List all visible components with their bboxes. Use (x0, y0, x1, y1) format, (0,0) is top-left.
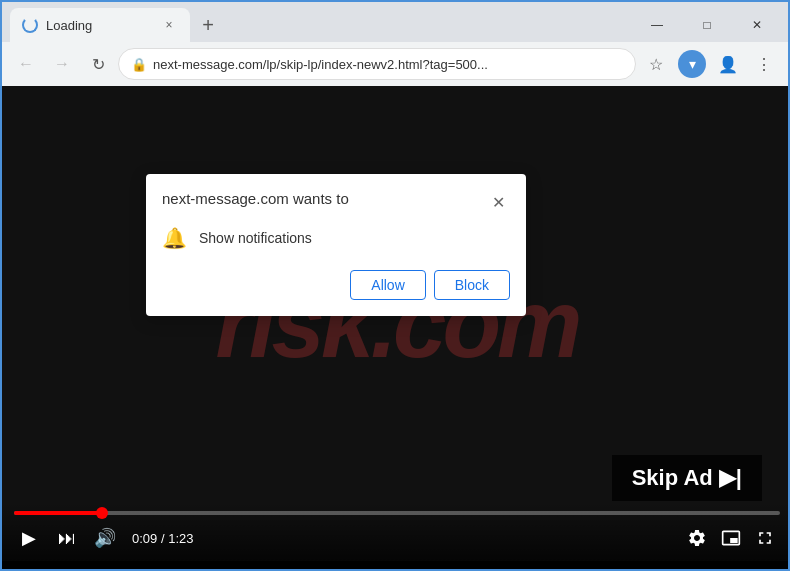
controls-row: ▶ ⏭ 🔊 0:09 / 1:23 (14, 523, 780, 553)
notification-popup: next-message.com wants to ✕ 🔔 Show notif… (146, 174, 526, 316)
address-bar[interactable]: 🔒 next-message.com/lp/skip-lp/index-newv… (118, 48, 636, 80)
url-text: next-message.com/lp/skip-lp/index-newv2.… (153, 57, 623, 72)
tab-bar: Loading × + — □ ✕ (2, 2, 788, 42)
toolbar: ← → ↻ 🔒 next-message.com/lp/skip-lp/inde… (2, 42, 788, 86)
settings-button[interactable] (682, 523, 712, 553)
back-button[interactable]: ← (10, 48, 42, 80)
total-time: 1:23 (168, 531, 193, 546)
progress-fill (14, 511, 102, 515)
popup-title: next-message.com wants to (162, 190, 349, 207)
popup-header: next-message.com wants to ✕ (162, 190, 510, 214)
right-controls (682, 523, 780, 553)
close-button[interactable]: ✕ (734, 8, 780, 42)
menu-icon[interactable]: ⋮ (748, 48, 780, 80)
skip-ad-button[interactable]: Skip Ad ▶| (612, 455, 762, 501)
download-indicator[interactable]: ▾ (676, 48, 708, 80)
refresh-button[interactable]: ↻ (82, 48, 114, 80)
download-icon: ▾ (678, 50, 706, 78)
fullscreen-button[interactable] (750, 523, 780, 553)
browser-window: Loading × + — □ ✕ ← → ↻ 🔒 next-message.c… (2, 2, 788, 561)
video-controls: ▶ ⏭ 🔊 0:09 / 1:23 (2, 503, 790, 561)
progress-dot (96, 507, 108, 519)
popup-close-button[interactable]: ✕ (486, 190, 510, 214)
popup-item: 🔔 Show notifications (162, 226, 510, 250)
time-display: 0:09 / 1:23 (132, 531, 193, 546)
allow-button[interactable]: Allow (350, 270, 425, 300)
block-button[interactable]: Block (434, 270, 510, 300)
progress-bar[interactable] (14, 511, 780, 515)
bell-icon: 🔔 (162, 226, 187, 250)
popup-buttons: Allow Block (162, 270, 510, 300)
miniplayer-button[interactable] (716, 523, 746, 553)
tab-close-button[interactable]: × (160, 16, 178, 34)
profile-icon[interactable]: 👤 (712, 48, 744, 80)
forward-button[interactable]: → (46, 48, 78, 80)
loading-spinner (22, 17, 38, 33)
lock-icon: 🔒 (131, 57, 147, 72)
maximize-button[interactable]: □ (684, 8, 730, 42)
play-button[interactable]: ▶ (14, 523, 44, 553)
tab-title: Loading (46, 18, 152, 33)
new-tab-button[interactable]: + (194, 11, 222, 39)
video-area: risk.com Skip Ad ▶| next-message.com wan… (2, 86, 790, 561)
bookmark-star-icon[interactable]: ☆ (640, 48, 672, 80)
window-controls: — □ ✕ (634, 8, 780, 42)
tab-favicon (22, 17, 38, 33)
popup-item-label: Show notifications (199, 230, 312, 246)
current-time: 0:09 (132, 531, 157, 546)
active-tab[interactable]: Loading × (10, 8, 190, 42)
volume-button[interactable]: 🔊 (90, 523, 120, 553)
minimize-button[interactable]: — (634, 8, 680, 42)
next-button[interactable]: ⏭ (52, 523, 82, 553)
